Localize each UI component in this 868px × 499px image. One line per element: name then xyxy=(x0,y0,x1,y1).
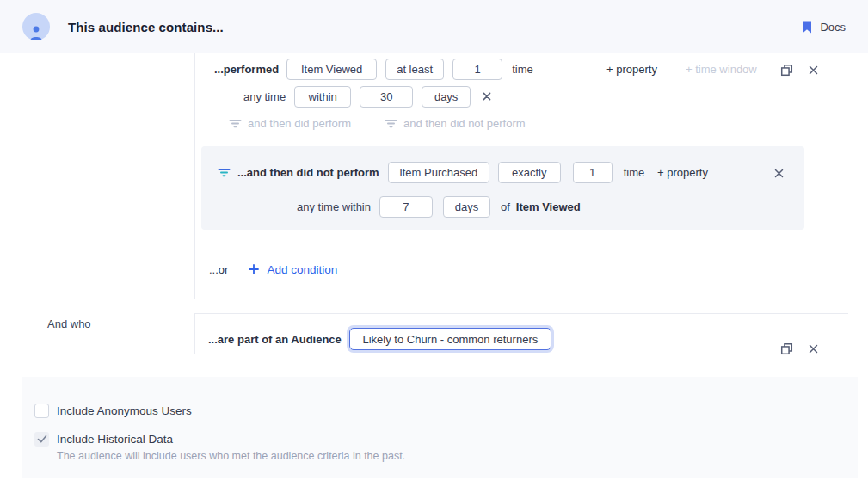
duplicate-condition-button[interactable] xyxy=(779,62,795,78)
avatar xyxy=(22,13,50,40)
count-input[interactable] xyxy=(573,162,613,183)
check-icon xyxy=(37,434,47,444)
time-unit-label: time xyxy=(624,166,645,179)
count-input[interactable] xyxy=(452,59,502,80)
include-historical-label: Include Historical Data xyxy=(57,433,173,446)
or-label: ...or xyxy=(209,263,228,276)
add-time-window-link[interactable]: + time window xyxy=(686,63,757,76)
performed-label: ...performed xyxy=(214,63,279,76)
event-select[interactable]: Item Viewed xyxy=(286,59,377,80)
duplicate-icon xyxy=(780,342,793,355)
page-title: This audience contains... xyxy=(68,20,224,34)
operator-select[interactable]: exactly xyxy=(498,162,561,183)
and-then-did-not-perform-link[interactable]: and then did not perform xyxy=(385,117,526,130)
include-historical-description: The audience will include users who met … xyxy=(57,450,405,462)
of-label: of xyxy=(501,200,510,213)
include-historical-row: Include Historical Data xyxy=(34,432,173,447)
include-historical-checkbox[interactable] xyxy=(34,432,49,447)
audience-row: ...are part of an Audience xyxy=(195,328,848,350)
or-row: ...or Add condition xyxy=(195,260,848,279)
remove-condition-button[interactable] xyxy=(807,64,820,77)
header-bar: This audience contains... Docs xyxy=(0,0,868,53)
options-panel: Include Anonymous Users Include Historic… xyxy=(22,377,858,478)
and-who-label: And who xyxy=(47,317,91,330)
condition-group-audience: ...are part of an Audience xyxy=(194,313,848,354)
days-unit-select[interactable]: days xyxy=(422,86,471,108)
docs-button[interactable]: Docs xyxy=(802,21,846,34)
audience-builder-page: This audience contains... Docs ...perfor… xyxy=(0,0,868,499)
card-time-window-row: any time within days of Item Viewed xyxy=(201,195,804,218)
within-select[interactable]: within xyxy=(294,86,351,108)
user-icon xyxy=(28,23,45,40)
close-icon xyxy=(774,169,784,178)
add-property-link[interactable]: + property xyxy=(657,166,708,179)
event-select[interactable]: Item Purchased xyxy=(388,162,489,183)
remove-condition-button[interactable] xyxy=(773,167,785,180)
plus-icon xyxy=(249,264,259,274)
close-icon xyxy=(483,92,491,101)
days-count-input[interactable] xyxy=(379,196,433,218)
did-not-perform-card: ...and then did not perform Item Purchas… xyxy=(201,146,804,230)
and-then-did-perform-label: and then did perform xyxy=(248,117,351,130)
did-not-perform-label: ...and then did not perform xyxy=(237,166,379,179)
time-window-row: any time within days xyxy=(195,85,848,108)
include-anonymous-checkbox[interactable] xyxy=(34,404,49,418)
performed-row: ...performed Item Viewed at least time +… xyxy=(195,58,848,80)
duplicate-condition-button[interactable] xyxy=(779,341,795,357)
and-then-did-not-perform-label: and then did not perform xyxy=(403,117,526,130)
close-icon xyxy=(809,65,818,75)
add-property-link[interactable]: + property xyxy=(606,63,657,76)
filter-icon xyxy=(229,119,242,128)
of-event-label: Item Viewed xyxy=(516,200,581,213)
operator-select[interactable]: at least xyxy=(385,59,444,80)
time-unit-label: time xyxy=(512,63,533,76)
filter-icon xyxy=(218,168,231,177)
audience-label: ...are part of an Audience xyxy=(208,333,342,346)
audience-input[interactable] xyxy=(349,328,551,350)
add-condition-button[interactable]: Add condition xyxy=(249,263,337,276)
include-anonymous-label: Include Anonymous Users xyxy=(57,404,192,417)
docs-label: Docs xyxy=(820,21,846,34)
duplicate-icon xyxy=(780,64,793,77)
remove-condition-button[interactable] xyxy=(807,342,820,355)
condition-group-performed: ...performed Item Viewed at least time +… xyxy=(194,53,848,299)
any-time-label: any time xyxy=(243,90,286,103)
and-then-did-perform-link[interactable]: and then did perform xyxy=(229,117,351,130)
followup-links-row: and then did perform and then did not pe… xyxy=(195,115,848,131)
remove-time-window-button[interactable] xyxy=(481,90,493,102)
any-time-within-label: any time within xyxy=(297,200,371,213)
days-unit-select[interactable]: days xyxy=(443,196,490,218)
include-anonymous-row: Include Anonymous Users xyxy=(34,404,192,418)
filter-icon xyxy=(385,119,397,128)
bookmark-icon xyxy=(802,21,812,34)
close-icon xyxy=(809,344,818,354)
did-not-perform-row: ...and then did not perform Item Purchas… xyxy=(201,161,804,183)
add-condition-label: Add condition xyxy=(267,263,337,276)
days-count-input[interactable] xyxy=(360,86,413,108)
